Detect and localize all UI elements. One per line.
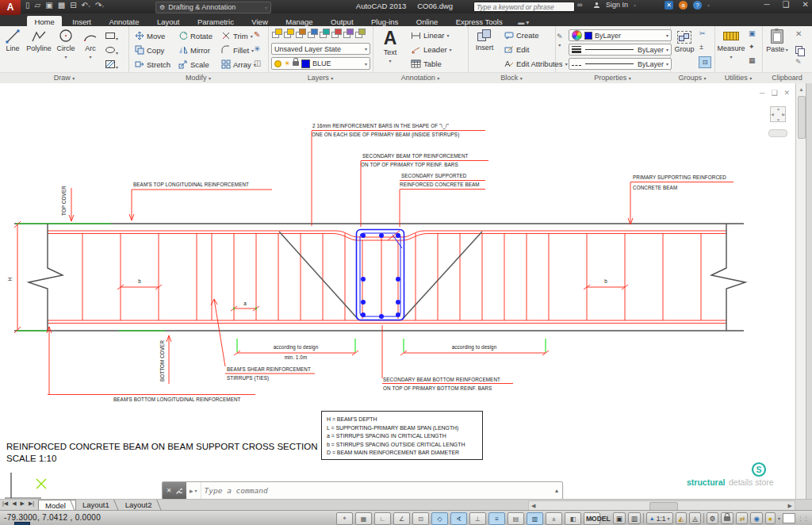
group-edit-icon[interactable]: ± bbox=[699, 43, 703, 51]
minimize-button[interactable]: ─ bbox=[764, 0, 770, 9]
clean-screen-button[interactable] bbox=[783, 513, 795, 523]
layer-prev-icon[interactable] bbox=[295, 29, 305, 38]
autoscale-icon[interactable]: ◬ bbox=[689, 512, 701, 524]
quick-calc-icon[interactable]: ▦ bbox=[749, 56, 756, 64]
model-space-button[interactable]: MODEL bbox=[586, 515, 611, 523]
copy-clip-icon[interactable] bbox=[795, 44, 803, 58]
close-button[interactable]: ✕ bbox=[802, 0, 809, 9]
first-tab-icon[interactable]: |◀ bbox=[2, 500, 8, 507]
sign-in-button[interactable]: Sign In ▾ bbox=[593, 1, 636, 9]
object-color-dropdown[interactable]: ByLayer ▾ bbox=[569, 29, 672, 41]
layer-off-icon[interactable] bbox=[331, 29, 341, 38]
help-icon[interactable]: ? bbox=[693, 1, 702, 10]
polyline-tool[interactable]: Polyline bbox=[25, 29, 52, 52]
vertical-scroll-thumb[interactable] bbox=[798, 96, 806, 139]
layer-match-icon[interactable] bbox=[283, 29, 293, 38]
text-tool[interactable]: A Text▾ bbox=[377, 28, 403, 64]
lineweight-toggle[interactable]: ▥ bbox=[527, 512, 543, 525]
layer-state-dropdown[interactable]: Unsaved Layer State ▾ bbox=[271, 43, 370, 55]
layer-unlock-icon[interactable] bbox=[354, 29, 365, 38]
dynamic-ucs-toggle[interactable]: ≡ bbox=[488, 512, 505, 525]
command-prompt-icon[interactable]: ▸▾ bbox=[186, 482, 201, 499]
model-tab-icon[interactable]: ▣ bbox=[613, 512, 626, 524]
vertical-scrollbar[interactable]: ▲ bbox=[795, 83, 806, 499]
maximize-button[interactable]: ❑ bbox=[783, 0, 790, 9]
match-prop-icon[interactable]: ✎ bbox=[795, 58, 802, 66]
tab-model[interactable]: Model bbox=[38, 500, 76, 511]
transparency-toggle[interactable]: ± bbox=[546, 512, 562, 525]
doc-close-icon[interactable]: ✕ bbox=[783, 89, 790, 97]
annotation-visibility-icon[interactable]: ◭ bbox=[676, 512, 688, 524]
ungroup-icon[interactable]: ✂ bbox=[699, 29, 706, 37]
group-tool[interactable]: Group bbox=[672, 31, 696, 53]
show-motion-icon[interactable]: ● bbox=[765, 512, 776, 524]
autodesk360-icon[interactable]: a bbox=[679, 1, 688, 10]
grid-toggle[interactable]: ∟ bbox=[374, 512, 391, 525]
command-history-icon[interactable]: ▴ bbox=[551, 482, 562, 499]
search-go[interactable]: ∞ bbox=[577, 1, 582, 9]
annotation-scale-button[interactable]: ▲ 1:1 ▾ bbox=[646, 512, 673, 524]
layer-properties-icon[interactable] bbox=[271, 29, 282, 38]
line-tool[interactable]: Line bbox=[2, 29, 24, 52]
doc-minimize-icon[interactable]: ─ bbox=[760, 89, 764, 97]
move-tool[interactable]: Move bbox=[135, 31, 165, 40]
scroll-left-icon[interactable]: ◀ bbox=[531, 503, 535, 509]
match-properties-icon[interactable]: ✎▾ bbox=[557, 33, 563, 48]
layout-tab-icon[interactable]: ▥ bbox=[628, 512, 641, 524]
scale-tool[interactable]: Scale bbox=[178, 59, 209, 69]
mirror-tool[interactable]: Mirror bbox=[178, 45, 210, 55]
insert-block-tool[interactable]: Insert bbox=[471, 29, 498, 52]
panel-label-properties[interactable]: Properties ▾ bbox=[555, 72, 670, 83]
panel-label-draw[interactable]: Draw ▾ bbox=[0, 72, 128, 83]
workspace-gear-icon[interactable]: ⚙ bbox=[707, 512, 719, 524]
record-icon[interactable]: ▬ ▾ bbox=[518, 19, 529, 26]
dynamic-input-toggle[interactable]: ▤ bbox=[508, 512, 524, 525]
layer-dropdown[interactable]: ☀ BLUE ▾ bbox=[271, 57, 370, 70]
plot-icon[interactable]: ⊟ bbox=[70, 1, 76, 10]
open-file-icon[interactable]: ▱ bbox=[35, 1, 41, 10]
measure-tool[interactable]: Measure▾ bbox=[717, 32, 745, 60]
linetype-dropdown[interactable]: ByLayer ▾ bbox=[569, 58, 672, 70]
quick-select-icon[interactable]: ✦ bbox=[749, 43, 755, 51]
circle-tool[interactable]: Circle▾ bbox=[54, 29, 78, 60]
command-line[interactable]: ✕ ▸▾ ▴ bbox=[162, 481, 563, 500]
command-close-icon[interactable]: ✕ bbox=[167, 487, 172, 494]
id-point-icon[interactable]: ▣ bbox=[749, 29, 756, 37]
panel-label-layers[interactable]: Layers ▾ bbox=[268, 72, 373, 83]
fade-icon[interactable]: ◫ bbox=[254, 59, 261, 67]
prev-tab-icon[interactable]: ◀ bbox=[12, 500, 16, 507]
ortho-toggle[interactable]: ∠ bbox=[393, 512, 410, 525]
isolate-objects-icon[interactable]: ⇄ bbox=[736, 512, 748, 524]
new-file-icon[interactable]: ▯ bbox=[25, 1, 30, 10]
array-tool[interactable]: Array▾ bbox=[221, 59, 256, 69]
hatch-tool[interactable]: ▾ bbox=[105, 58, 118, 72]
create-block-tool[interactable]: Create bbox=[504, 31, 539, 40]
panel-label-utilities[interactable]: Utilities ▾ bbox=[714, 72, 762, 83]
explode-icon[interactable]: ✳ bbox=[254, 44, 260, 53]
rotate-tool[interactable]: Rotate bbox=[178, 31, 213, 40]
3d-object-snap-toggle[interactable]: ∢ bbox=[450, 512, 467, 525]
search-input[interactable] bbox=[474, 3, 574, 11]
help-search[interactable] bbox=[473, 2, 575, 12]
cut-icon[interactable]: ✕ bbox=[795, 29, 802, 38]
wrench-icon[interactable] bbox=[174, 487, 182, 495]
last-tab-icon[interactable]: ▶| bbox=[29, 500, 34, 507]
scroll-right-icon[interactable]: ▶ bbox=[788, 503, 792, 509]
navigation-bar-handle[interactable] bbox=[768, 129, 787, 137]
command-input[interactable] bbox=[201, 482, 551, 499]
trim-tool[interactable]: Trim▾ bbox=[221, 31, 253, 40]
layer-isolate-icon[interactable] bbox=[307, 29, 317, 38]
save-icon[interactable]: ▣ bbox=[45, 1, 52, 10]
paste-tool[interactable]: Paste ▾ bbox=[764, 29, 790, 53]
drawing-canvas[interactable]: H TOP COVER b b a according to design mi… bbox=[0, 83, 812, 499]
object-snap-toggle[interactable]: ◇ bbox=[431, 512, 448, 525]
pan-navigation-widget[interactable]: ▲▼◀▶ bbox=[770, 106, 786, 122]
lineweight-dropdown[interactable]: ByLayer ▾ bbox=[569, 44, 672, 56]
application-menu-button[interactable]: A bbox=[0, 0, 21, 15]
stretch-tool[interactable]: Stretch bbox=[135, 59, 170, 69]
linear-dimension-tool[interactable]: Linear▾ bbox=[411, 31, 449, 40]
edit-block-tool[interactable]: Edit bbox=[504, 45, 529, 54]
rectangle-tool[interactable]: ▾ bbox=[105, 29, 118, 44]
save-as-icon[interactable]: ▩ bbox=[58, 1, 65, 10]
tab-layout2[interactable]: Layout2 bbox=[119, 500, 162, 511]
